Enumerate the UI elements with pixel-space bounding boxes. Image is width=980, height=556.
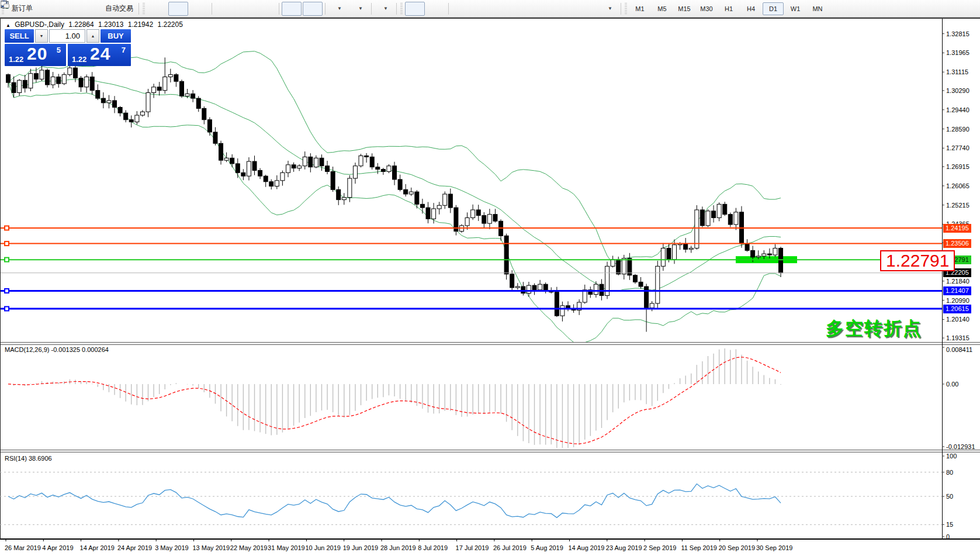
volume-decrease-button[interactable]: ▼ [35, 29, 48, 43]
timeframe-button-m1[interactable]: M1 [629, 2, 650, 15]
line-anchor[interactable] [5, 241, 9, 246]
timeframe-button-d1[interactable]: D1 [763, 2, 784, 15]
toolbar-divider [0, 18, 980, 19]
price-axis-tick: 1.27740 [946, 144, 969, 151]
line-anchor[interactable] [5, 226, 9, 230]
buy-price-prefix: 1.22 [72, 55, 86, 64]
separator [396, 3, 397, 15]
line-anchor[interactable] [5, 289, 9, 293]
date-axis-label: 20 Sep 2019 [719, 544, 755, 551]
date-axis-label: 26 Mar 2019 [5, 544, 41, 551]
price-axis-tick: 1.19315 [946, 334, 969, 341]
timeframe-button-m15[interactable]: M15 [674, 2, 695, 15]
vertical-line-button[interactable] [451, 2, 471, 16]
arrows-button[interactable]: ▼ [598, 2, 618, 16]
trendline-button[interactable] [493, 2, 513, 16]
buy-price-box[interactable]: 1.22 24 7 [68, 44, 131, 66]
crosshair-button[interactable] [426, 2, 446, 16]
date-axis-label: 17 Jul 2019 [456, 544, 489, 551]
toolbar-grip[interactable] [400, 3, 403, 15]
hline-price-badge[interactable]: 1.24195 [943, 224, 971, 233]
text-button[interactable]: A [556, 2, 576, 16]
timeframe-button-m5[interactable]: M5 [652, 2, 673, 15]
hline-price-badge[interactable]: 1.21407 [943, 286, 971, 295]
fibonacci-button[interactable]: F [535, 2, 555, 16]
charts-button[interactable] [58, 2, 78, 16]
profiles-button[interactable] [37, 2, 57, 16]
line-chart-button[interactable] [189, 2, 209, 16]
indicators-button[interactable]: ▼ [328, 2, 348, 16]
text-label-button[interactable]: T [577, 2, 597, 16]
equidistant-channel-button[interactable]: E [514, 2, 534, 16]
timeframe-button-w1[interactable]: W1 [785, 2, 806, 15]
date-axis-label: 13 May 2019 [193, 544, 230, 551]
price-axis-tick: 1.26915 [946, 163, 969, 170]
zoom-in-button[interactable] [214, 2, 234, 16]
date-axis-label: 8 Jul 2019 [418, 544, 448, 551]
ohlc-low: 1.21942 [128, 20, 153, 29]
toolbar-grip[interactable] [625, 3, 627, 15]
dropdown-arrow-icon: ▼ [608, 6, 612, 11]
date-axis-label: 5 Aug 2019 [531, 544, 563, 551]
main-toolbar: 新订单 自动交易 ▼ ▼ ▼ E F A T ▼ [0, 0, 980, 18]
chart-canvas[interactable] [0, 0, 980, 556]
alerts-button[interactable] [79, 2, 99, 16]
macd-histogram [8, 348, 781, 448]
toolbar-grip[interactable] [143, 3, 145, 15]
timeframe-button-m30[interactable]: M30 [696, 2, 717, 15]
timeframe-button-h1[interactable]: H1 [718, 2, 739, 15]
date-axis-label: 11 Sep 2019 [681, 544, 717, 551]
chart-shift-button[interactable] [303, 2, 323, 16]
zoom-out-button[interactable] [236, 2, 255, 16]
hline-price-badge[interactable]: 1.20615 [943, 305, 971, 313]
buy-button[interactable]: BUY [101, 29, 131, 43]
tile-windows-button[interactable] [257, 2, 276, 16]
date-axis-label: 10 Jun 2019 [305, 544, 341, 551]
search-button[interactable] [934, 2, 954, 16]
rsi-axis-tick: 0 [946, 533, 950, 540]
cursor-button[interactable] [405, 2, 425, 16]
symbol-period-label: GBPUSD-,Daily [15, 20, 64, 29]
templates-button[interactable]: ▼ [374, 2, 394, 16]
separator [325, 3, 325, 15]
line-anchor[interactable] [5, 258, 9, 262]
price-axis-tick: 1.26065 [946, 182, 969, 189]
separator [138, 3, 139, 15]
price-callout-label[interactable]: 1.22791 [880, 250, 955, 271]
candlestick-chart-button[interactable] [168, 2, 188, 16]
volume-increase-button[interactable]: ▲ [86, 29, 99, 43]
auto-scroll-button[interactable] [282, 2, 302, 16]
ohlc-close: 1.22205 [158, 20, 183, 29]
chinese-annotation-text[interactable]: 多空转折点 [826, 316, 922, 341]
sell-price-prefix: 1.22 [9, 55, 23, 64]
rsi-line [8, 484, 781, 518]
periods-button[interactable]: ▼ [349, 2, 369, 16]
hline-price-badge[interactable]: 1.23506 [943, 239, 971, 248]
dropdown-arrow-icon: ▼ [337, 6, 342, 11]
date-axis-label: 31 May 2019 [268, 544, 305, 551]
new-order-label: 新订单 [12, 4, 33, 13]
chat-button[interactable] [955, 2, 975, 16]
new-order-button[interactable]: 新订单 [6, 2, 36, 16]
autotrading-button[interactable]: 自动交易 [100, 2, 136, 16]
timeframe-button-mn[interactable]: MN [807, 2, 828, 15]
rsi-axis-tick: 100 [946, 453, 957, 460]
timeframe-button-h4[interactable]: H4 [740, 2, 761, 15]
date-axis-label: 28 Jun 2019 [380, 544, 416, 551]
separator [448, 3, 449, 15]
line-anchor[interactable] [5, 307, 9, 311]
bar-chart-button[interactable] [147, 2, 167, 16]
collapse-icon[interactable]: ▲ [6, 23, 11, 28]
sell-price-box[interactable]: 1.22 20 5 [5, 44, 66, 66]
date-axis-label: 3 May 2019 [155, 544, 188, 551]
horizontal-line-button[interactable] [472, 2, 492, 16]
date-axis-label: 22 May 2019 [230, 544, 268, 551]
date-axis-label: 2 Sep 2019 [643, 544, 676, 551]
rsi-axis-tick: 80 [946, 469, 953, 476]
price-axis-tick: 1.20990 [946, 297, 969, 304]
sell-button[interactable]: SELL [5, 29, 34, 43]
price-axis-tick: 1.29440 [946, 106, 969, 113]
separator [621, 3, 621, 15]
volume-input[interactable]: 1.00 [49, 29, 85, 43]
price-axis-tick: 1.21840 [946, 278, 969, 285]
